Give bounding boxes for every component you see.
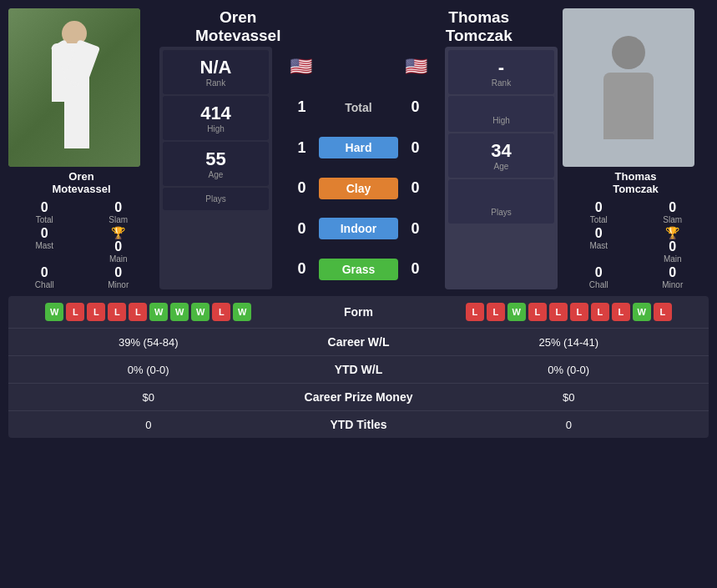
right-player-area: Thomas Tomczak 0 Total 0 Slam 0 Mast 🏆 (563, 8, 709, 289)
right-form-badges: LLWLLLLLWL (442, 303, 696, 321)
right-prize-money: $0 (442, 391, 696, 404)
left-flag: 🇺🇸 (290, 56, 312, 78)
left-prize-money: $0 (22, 391, 275, 404)
right-photo-content (563, 8, 694, 167)
left-player-area: Oren Motevassel 0 Total 0 Slam 0 Mast 🏆 (8, 8, 154, 289)
form-badge-w: W (233, 303, 251, 321)
form-badge-l: L (654, 303, 672, 321)
form-badge-w: W (149, 303, 168, 321)
form-badge-w: W (45, 303, 63, 321)
left-player-stats: 0 Total 0 Slam 0 Mast 🏆 0 Main 0 (8, 200, 154, 289)
right-career-wl: 25% (14-41) (442, 336, 696, 349)
ytd-titles-label: YTD Titles (275, 418, 442, 431)
left-ytd-wl: 0% (0-0) (22, 364, 275, 376)
right-minor-stat: 0 Minor (637, 265, 709, 289)
right-chall-stat: 0 Chall (563, 265, 635, 289)
flags-row: 🇺🇸 🇺🇸 (275, 54, 442, 79)
player-names-row: Oren Motevassel Thomas Tomczak (159, 8, 558, 45)
form-badge-w: W (633, 303, 651, 321)
left-mast-stat: 0 Mast (8, 226, 81, 264)
form-badge-l: L (591, 303, 609, 321)
form-badge-w: W (507, 303, 526, 321)
score-total: 1 Total 0 (275, 95, 442, 120)
score-clay: 0 Clay 0 (275, 176, 442, 201)
center-area: Oren Motevassel Thomas Tomczak N/A Rank (159, 8, 558, 289)
right-high-card: High (448, 96, 554, 132)
main-container: Oren Motevassel 0 Total 0 Slam 0 Mast 🏆 (0, 0, 717, 446)
right-player-name: Thomas Tomczak (563, 170, 709, 195)
career-wl-row: 39% (54-84) Career W/L 25% (14-41) (8, 329, 709, 356)
left-stats-panel: N/A Rank 414 High 55 Age Plays (159, 47, 272, 289)
form-badge-l: L (612, 303, 630, 321)
right-player-stats: 0 Total 0 Slam 0 Mast 🏆 0 Main 0 (563, 200, 709, 289)
right-trophy-stat: 🏆 0 Main (637, 226, 709, 264)
score-rows: 🇺🇸 🇺🇸 1 Total 0 1 Hard 0 (275, 47, 442, 289)
top-section: Oren Motevassel 0 Total 0 Slam 0 Mast 🏆 (8, 8, 709, 289)
right-mast-stat: 0 Mast (563, 226, 635, 264)
left-player-name: Oren Motevassel (8, 170, 154, 195)
form-badge-l: L (466, 303, 484, 321)
left-rank-card: N/A Rank (163, 50, 269, 94)
form-badge-l: L (108, 303, 126, 321)
left-career-wl: 39% (54-84) (22, 336, 275, 349)
form-badge-l: L (212, 303, 230, 321)
right-plays-card: Plays (448, 179, 554, 224)
form-badge-l: L (528, 303, 547, 321)
form-badge-l: L (549, 303, 568, 321)
right-total-stat: 0 Total (563, 200, 635, 224)
form-badge-l: L (570, 303, 588, 321)
left-form-badges: WLLLLWWWLW (22, 303, 275, 321)
scores-panels-row: N/A Rank 414 High 55 Age Plays (159, 47, 558, 289)
right-player-name-top: Thomas Tomczak (401, 8, 558, 45)
left-high-card: 414 High (163, 96, 269, 140)
right-slam-stat: 0 Slam (637, 200, 709, 224)
form-badge-l: L (66, 303, 84, 321)
right-stats-panel: - Rank High 34 Age Plays (445, 47, 558, 289)
right-player-photo (563, 8, 694, 167)
left-plays-card: Plays (163, 188, 269, 210)
ytd-wl-row: 0% (0-0) YTD W/L 0% (0-0) (8, 356, 709, 384)
ytd-titles-row: 0 YTD Titles 0 (8, 411, 709, 438)
ytd-wl-label: YTD W/L (275, 363, 442, 376)
form-badge-l: L (87, 303, 105, 321)
left-trophy-icon: 🏆 0 Main (83, 226, 155, 264)
right-rank-card: - Rank (448, 50, 554, 94)
prize-money-row: $0 Career Prize Money $0 (8, 384, 709, 411)
left-minor-stat: 0 Minor (83, 265, 155, 289)
right-ytd-titles: 0 (442, 419, 696, 431)
score-grass: 0 Grass 0 (275, 257, 442, 282)
left-age-card: 55 Age (163, 142, 269, 186)
left-slam-stat: 0 Slam (83, 200, 155, 224)
form-badge-w: W (191, 303, 210, 321)
form-row: WLLLLWWWLW Form LLWLLLLLWL (8, 296, 709, 329)
left-photo-content (8, 8, 140, 167)
left-ytd-titles: 0 (22, 419, 275, 431)
score-hard: 1 Hard 0 (275, 135, 442, 160)
right-ytd-wl: 0% (0-0) (442, 364, 696, 376)
bottom-stats-section: WLLLLWWWLW Form LLWLLLLLWL 39% (54-84) C… (8, 296, 709, 438)
form-badge-w: W (170, 303, 189, 321)
career-wl-label: Career W/L (275, 335, 442, 349)
left-chall-stat: 0 Chall (8, 265, 81, 289)
left-total-stat: 0 Total (8, 200, 81, 224)
form-badge-l: L (129, 303, 147, 321)
right-flag: 🇺🇸 (405, 56, 427, 78)
left-player-photo (8, 8, 140, 167)
left-player-name-top: Oren Motevassel (159, 8, 317, 45)
form-label: Form (275, 305, 442, 319)
right-age-card: 34 Age (448, 133, 554, 178)
form-badge-l: L (487, 303, 505, 321)
score-indoor: 0 Indoor 0 (275, 216, 442, 241)
prize-money-label: Career Prize Money (275, 390, 442, 404)
